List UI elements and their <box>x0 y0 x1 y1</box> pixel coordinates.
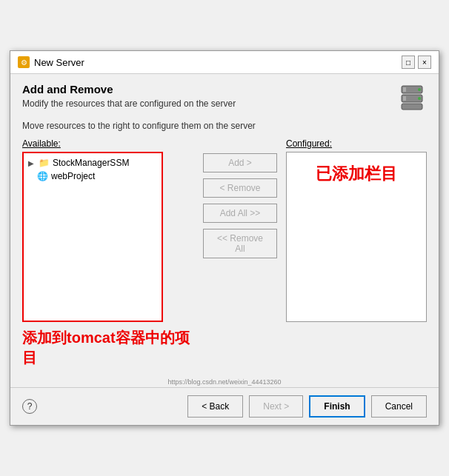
window-title: New Server <box>34 57 84 68</box>
list-item[interactable]: ▶ 📁 StockManagerSSM <box>27 156 159 170</box>
remove-button[interactable]: < Remove <box>203 178 277 198</box>
available-list[interactable]: ▶ 📁 StockManagerSSM 🌐 webProject <box>22 152 163 322</box>
svg-rect-1 <box>403 87 406 92</box>
configured-panel: Configured: 已添加栏目 <box>286 138 427 322</box>
dialog-footer: ? < Back Next > Finish Cancel <box>10 387 439 425</box>
configured-annotation: 已添加栏目 <box>290 155 423 192</box>
tree-arrow-icon: ▶ <box>28 159 34 167</box>
next-button[interactable]: Next > <box>249 395 303 418</box>
header-left: Add and Remove Modify the resources that… <box>22 83 397 118</box>
configured-list[interactable]: 已添加栏目 <box>286 152 427 322</box>
server-icon <box>397 83 427 113</box>
finish-button[interactable]: Finish <box>309 395 365 418</box>
add-all-button[interactable]: Add All >> <box>203 204 277 223</box>
panels-row: Available: ▶ 📁 StockManagerSSM 🌐 webProj… <box>22 138 427 368</box>
dialog-body: Add and Remove Modify the resources that… <box>10 74 439 377</box>
svg-point-5 <box>418 88 421 91</box>
list-item[interactable]: 🌐 webProject <box>27 170 159 183</box>
header-row: Add and Remove Modify the resources that… <box>22 83 427 118</box>
minimize-button[interactable]: □ <box>402 56 415 69</box>
footer-left: ? <box>22 399 37 414</box>
title-bar: ⚙ New Server □ × <box>10 51 439 74</box>
url-watermark: https://blog.csdn.net/weixin_44413260 <box>10 377 439 387</box>
close-button[interactable]: × <box>418 56 431 69</box>
section-desc: Modify the resources that are configured… <box>22 98 397 109</box>
buttons-middle: Add > < Remove Add All >> << Remove All <box>194 153 286 258</box>
section-title: Add and Remove <box>22 83 397 95</box>
footer-right: < Back Next > Finish Cancel <box>187 395 427 418</box>
available-label: Available: <box>22 138 194 149</box>
svg-point-6 <box>418 97 421 100</box>
dialog-window: ⚙ New Server □ × Add and Remove Modify t… <box>10 50 439 426</box>
cancel-button[interactable]: Cancel <box>371 395 427 418</box>
annotation-text: 添加到tomcat容器中的项目 <box>22 328 194 368</box>
svg-rect-3 <box>403 96 406 101</box>
item-icon-stockmanager: 📁 <box>39 158 50 168</box>
server-title-icon: ⚙ <box>18 56 30 68</box>
item-label-webproject: webProject <box>51 171 95 181</box>
item-icon-webproject: 🌐 <box>37 171 48 181</box>
svg-rect-4 <box>402 104 422 110</box>
remove-all-button[interactable]: << Remove All <box>203 229 277 258</box>
back-button[interactable]: < Back <box>187 395 243 418</box>
instruction-text: Move resources to the right to configure… <box>22 121 427 131</box>
add-button[interactable]: Add > <box>203 153 277 172</box>
title-bar-left: ⚙ New Server <box>18 56 84 68</box>
available-panel: Available: ▶ 📁 StockManagerSSM 🌐 webProj… <box>22 138 194 368</box>
title-buttons: □ × <box>402 56 431 69</box>
help-icon[interactable]: ? <box>22 399 37 414</box>
configured-label: Configured: <box>286 138 427 149</box>
item-label-stockmanager: StockManagerSSM <box>53 158 129 168</box>
